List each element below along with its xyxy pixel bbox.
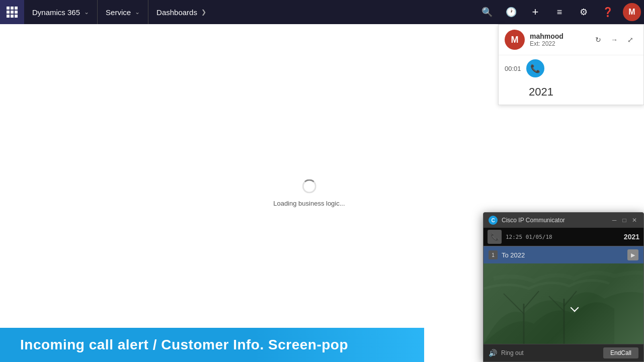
cisco-call-row: 1 To 2022 ▶ [484, 246, 643, 263]
cisco-window-controls: ─ □ ✕ [610, 216, 638, 224]
module-chevron-icon: ⌄ [135, 9, 140, 16]
call-notification-panel: M mahmood Ext: 2022 ↻ → ⤢ 00:01 📞 2021 [498, 24, 644, 105]
caller-avatar: M [505, 30, 525, 50]
call-refresh-button[interactable]: ↻ [591, 33, 605, 47]
nav-module[interactable]: Service ⌄ [98, 0, 148, 24]
cisco-logo-icon: C [489, 216, 498, 225]
caller-name: mahmood [530, 32, 586, 40]
cisco-background-graphic [484, 263, 643, 344]
cisco-communicator-window: C Cisco IP Communicator ─ □ ✕ 📞 12:25 01… [483, 212, 644, 362]
cisco-bottom-bar: 🔊 Ring out EndCall [484, 344, 643, 361]
main-content: Loading business logic... M mahmood Ext:… [0, 24, 644, 362]
call-header-actions: ↻ → ⤢ [591, 33, 637, 47]
cisco-ring-text: Ring out [501, 349, 599, 356]
breadcrumb-text: Dashboards [156, 8, 197, 17]
cisco-phone-icon: 📞 [488, 230, 502, 244]
cisco-speaker-icon: 🔊 [489, 349, 497, 357]
breadcrumb-chevron-icon: ❯ [201, 9, 206, 16]
cisco-title: Cisco IP Communicator [502, 217, 606, 224]
search-button[interactable]: 🔍 [475, 0, 499, 24]
apps-menu-button[interactable] [0, 0, 24, 24]
nav-breadcrumb[interactable]: Dashboards ❯ [148, 0, 214, 24]
call-timer: 00:01 [505, 65, 521, 72]
nav-brand[interactable]: Dynamics 365 ⌄ [24, 0, 98, 24]
call-expand-button[interactable]: ⤢ [623, 33, 637, 47]
user-avatar[interactable]: M [623, 3, 641, 21]
cisco-end-call-button[interactable]: EndCall [603, 347, 638, 358]
module-text: Service [106, 8, 131, 17]
loading-text: Loading business logic... [273, 200, 345, 207]
cisco-minimize-button[interactable]: ─ [610, 216, 618, 224]
cisco-screen-number: 2021 [624, 233, 639, 241]
brand-chevron-icon: ⌄ [84, 9, 89, 16]
cisco-screen-time: 12:25 01/05/18 [506, 234, 620, 240]
history-button[interactable]: 🕐 [499, 0, 523, 24]
cisco-video-area [484, 263, 643, 344]
cisco-screen-info: 12:25 01/05/18 [506, 234, 620, 240]
call-timer-row: 00:01 📞 [499, 55, 643, 81]
brand-text: Dynamics 365 [32, 8, 80, 17]
settings-button[interactable]: ⚙ [572, 0, 596, 24]
cisco-maximize-button[interactable]: □ [620, 216, 628, 224]
cisco-screen-header: 📞 12:25 01/05/18 2021 [484, 228, 643, 246]
apps-grid-icon [7, 7, 18, 18]
banner-text: Incoming call alert / Customer Info. Scr… [20, 337, 348, 353]
cisco-logo-letter: C [491, 218, 495, 223]
cisco-titlebar: C Cisco IP Communicator ─ □ ✕ [484, 213, 643, 228]
cisco-call-index: 1 [489, 250, 498, 259]
cisco-call-action-icon[interactable]: ▶ [627, 249, 638, 260]
help-button[interactable]: ❓ [596, 0, 620, 24]
call-phone-button[interactable]: 📞 [526, 59, 544, 77]
call-forward-button[interactable]: → [607, 33, 621, 47]
loading-spinner [302, 179, 316, 194]
cisco-close-button[interactable]: ✕ [630, 216, 638, 224]
call-number: 2021 [499, 81, 643, 105]
cisco-call-label: To 2022 [502, 251, 623, 259]
caller-info: mahmood Ext: 2022 [530, 32, 586, 47]
top-nav: Dynamics 365 ⌄ Service ⌄ Dashboards ❯ 🔍 … [0, 0, 644, 24]
loading-container: Loading business logic... [273, 179, 345, 207]
add-button[interactable]: + [523, 0, 547, 24]
filter-button[interactable]: ≡ [547, 0, 572, 24]
nav-icons: 🔍 🕐 + ≡ ⚙ ❓ M [475, 0, 644, 24]
call-notification-header: M mahmood Ext: 2022 ↻ → ⤢ [499, 25, 643, 55]
incoming-call-banner: Incoming call alert / Customer Info. Scr… [0, 328, 424, 362]
caller-ext: Ext: 2022 [530, 40, 586, 47]
cisco-screen: 📞 12:25 01/05/18 2021 1 To 2022 ▶ [484, 228, 643, 344]
